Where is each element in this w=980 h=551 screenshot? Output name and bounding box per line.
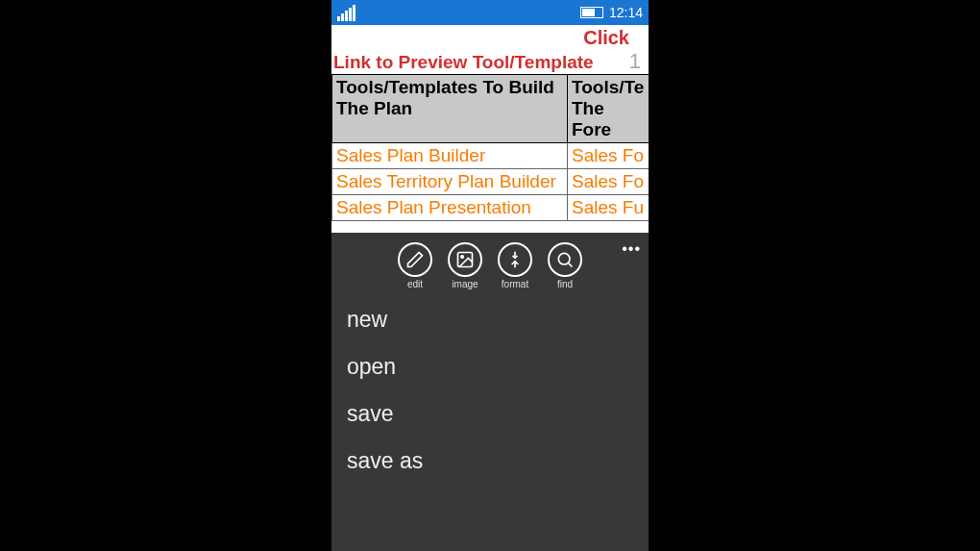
edit-button[interactable]: edit (398, 242, 432, 289)
svg-point-2 (558, 253, 570, 264)
cell[interactable]: Sales Fo (568, 169, 649, 195)
format-icon (505, 250, 525, 269)
click-label: Click (331, 25, 649, 49)
image-button[interactable]: image (448, 242, 482, 289)
clock: 12:14 (609, 5, 643, 20)
menu-save-as[interactable]: save as (347, 448, 633, 474)
menu-open[interactable]: open (347, 354, 633, 380)
image-icon (455, 250, 475, 269)
signal-icon (337, 5, 355, 21)
menu-save[interactable]: save (347, 401, 633, 427)
table-row: Sales Territory Plan Builder Sales Fo (332, 169, 649, 195)
cell[interactable]: Sales Fo (568, 143, 649, 169)
cell[interactable]: Sales Fu (568, 195, 649, 221)
format-button[interactable]: format (498, 242, 532, 289)
menu-new[interactable]: new (347, 307, 633, 333)
search-icon (555, 250, 575, 269)
cell[interactable]: Sales Plan Presentation (332, 195, 568, 221)
appbar-buttons: edit image format find ••• (331, 233, 649, 295)
header-col1[interactable]: Tools/Templates To Build The Plan (332, 75, 568, 143)
battery-icon (580, 7, 603, 18)
edit-icon (405, 250, 425, 269)
status-bar: 12:14 (331, 0, 649, 25)
phone-frame: 12:14 Click Link to Preview Tool/Templat… (331, 0, 649, 551)
document-content[interactable]: Click Link to Preview Tool/Template 1 To… (331, 25, 649, 221)
more-button[interactable]: ••• (622, 240, 641, 258)
appbar-panel: edit image format find ••• (331, 233, 649, 551)
cell[interactable]: Sales Territory Plan Builder (332, 169, 568, 195)
overflow-menu: new open save save as (331, 295, 649, 486)
find-button[interactable]: find (548, 242, 582, 289)
table-row: Sales Plan Presentation Sales Fu (332, 195, 649, 221)
table-row: Sales Plan Builder Sales Fo (332, 143, 649, 169)
cell[interactable]: Sales Plan Builder (332, 143, 568, 169)
svg-point-1 (461, 256, 464, 259)
header-col2[interactable]: Tools/Te The Fore (568, 75, 649, 143)
spreadsheet-table[interactable]: Tools/Templates To Build The Plan Tools/… (331, 74, 649, 221)
preview-link[interactable]: Link to Preview Tool/Template (333, 52, 624, 73)
page-number: 1 (624, 49, 647, 74)
